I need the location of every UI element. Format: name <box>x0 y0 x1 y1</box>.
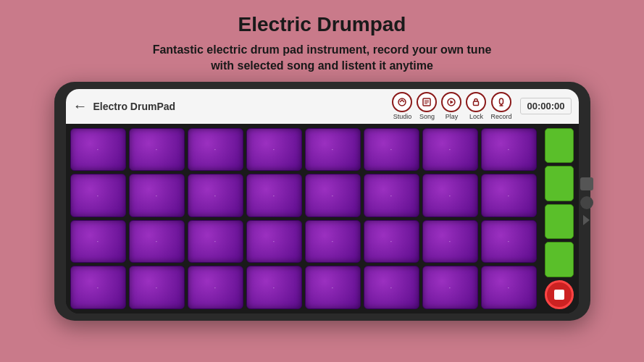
pad-grid <box>66 124 541 313</box>
pad-1-7[interactable] <box>422 128 478 172</box>
pad-2-1[interactable] <box>70 174 126 217</box>
play-icon <box>441 92 461 112</box>
lock-label: Lock <box>469 113 483 120</box>
pad-1-6[interactable] <box>364 128 419 172</box>
toolbar: ← Electro DrumPad Studio Song <box>66 89 579 124</box>
record-label: Record <box>490 113 511 120</box>
stop-icon <box>554 290 564 300</box>
stop-button[interactable] <box>545 280 574 309</box>
lock-button[interactable]: Lock <box>466 92 486 120</box>
pad-2-7[interactable] <box>422 174 478 217</box>
song-label: Song <box>419 113 435 120</box>
side-buttons <box>541 124 579 313</box>
pad-1-8[interactable] <box>481 128 537 172</box>
green-btn-3[interactable] <box>545 204 574 240</box>
pad-4-7[interactable] <box>422 266 478 309</box>
pad-3-5[interactable] <box>305 220 361 264</box>
green-btn-1[interactable] <box>545 128 574 164</box>
pad-1-4[interactable] <box>246 128 302 172</box>
lock-icon <box>466 92 486 112</box>
pad-4-8[interactable] <box>481 266 537 309</box>
pad-3-1[interactable] <box>70 220 126 264</box>
pad-1-5[interactable] <box>305 128 361 172</box>
pad-1-3[interactable] <box>188 128 243 172</box>
pad-2-4[interactable] <box>246 174 302 217</box>
studio-icon <box>392 92 412 112</box>
pad-2-8[interactable] <box>481 174 537 217</box>
pad-3-6[interactable] <box>364 220 419 264</box>
green-btn-4[interactable] <box>545 242 574 277</box>
studio-button[interactable]: Studio <box>392 92 412 120</box>
back-button[interactable]: ← <box>73 98 88 114</box>
song-icon <box>417 92 437 112</box>
pad-3-8[interactable] <box>481 220 537 264</box>
studio-label: Studio <box>393 113 412 120</box>
pad-4-6[interactable] <box>364 266 419 309</box>
phone-frame: ← Electro DrumPad Studio Song <box>54 82 590 321</box>
toolbar-icons: Studio Song Play <box>392 92 571 120</box>
pad-3-3[interactable] <box>188 220 243 264</box>
play-button[interactable]: Play <box>441 92 461 120</box>
phone-button-square[interactable] <box>580 177 593 190</box>
page-subtitle: Fantastic electric drum pad instrument, … <box>29 42 615 75</box>
phone-screen: ← Electro DrumPad Studio Song <box>66 89 579 313</box>
pad-2-2[interactable] <box>129 174 185 217</box>
pad-2-3[interactable] <box>188 174 243 217</box>
phone-button-triangle[interactable] <box>583 215 590 225</box>
pad-1-1[interactable] <box>70 128 126 172</box>
pad-3-2[interactable] <box>129 220 185 264</box>
play-label: Play <box>446 113 459 120</box>
drum-area <box>66 124 579 313</box>
phone-side-buttons <box>580 177 593 225</box>
song-button[interactable]: Song <box>417 92 437 120</box>
pad-3-7[interactable] <box>422 220 478 264</box>
time-display: 00:00:00 <box>520 98 571 114</box>
pad-4-5[interactable] <box>305 266 361 309</box>
pad-1-2[interactable] <box>129 128 185 172</box>
pad-3-4[interactable] <box>246 220 302 264</box>
header-section: Electric Drumpad Fantastic electric drum… <box>0 0 644 82</box>
page-title: Electric Drumpad <box>29 13 615 36</box>
app-name-label: Electro DrumPad <box>93 101 393 112</box>
pad-2-5[interactable] <box>305 174 361 217</box>
record-icon <box>491 92 511 112</box>
pad-4-1[interactable] <box>70 266 126 309</box>
svg-rect-7 <box>474 101 479 106</box>
green-btn-2[interactable] <box>545 166 574 201</box>
pad-4-2[interactable] <box>129 266 185 309</box>
phone-button-circle[interactable] <box>580 196 593 209</box>
pad-2-6[interactable] <box>364 174 419 217</box>
pad-4-3[interactable] <box>188 266 243 309</box>
pad-4-4[interactable] <box>246 266 302 309</box>
svg-marker-6 <box>451 101 454 104</box>
record-button[interactable]: Record <box>490 92 511 120</box>
